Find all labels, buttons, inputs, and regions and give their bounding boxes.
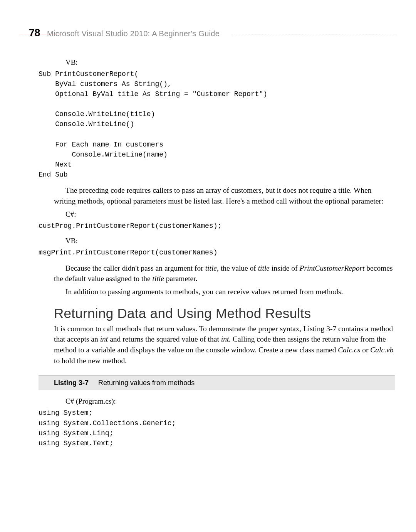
- code-vb-call: msgPrint.PrintCustomerReport(customerNam…: [39, 247, 395, 258]
- p2-text-i: parameter.: [164, 274, 198, 283]
- listing-number: Listing 3-7: [54, 379, 89, 387]
- p2-italic-title1: title,: [205, 264, 219, 272]
- p4-text-g: or: [360, 346, 370, 354]
- page-header: 78 Microsoft Visual Studio 2010: A Begin…: [29, 27, 395, 39]
- language-label-csharp: C#:: [65, 210, 395, 219]
- paragraph-2: Because the caller didn't pass an argume…: [54, 263, 395, 284]
- p2-italic-method: PrintCustomerReport: [299, 264, 364, 272]
- listing-bar: Listing 3-7 Returning values from method…: [39, 375, 395, 390]
- header-decoration-left: [19, 34, 61, 34]
- code-cs-call: custProg.PrintCustomerReport(customerNam…: [39, 221, 395, 231]
- language-label-csharp-file: C# (Program.cs):: [65, 397, 395, 406]
- p4-italic-int1: int: [100, 335, 108, 343]
- p4-italic-int2: int.: [221, 335, 231, 343]
- p2-italic-title3: title: [153, 274, 164, 283]
- p2-text-e: inside of: [270, 264, 299, 272]
- book-title: Microsoft Visual Studio 2010: A Beginner…: [47, 29, 220, 38]
- page-content: VB: Sub PrintCustomerReport( ByVal custo…: [54, 58, 395, 448]
- page-number: 78: [29, 27, 40, 39]
- section-heading-returning: Returning Data and Using Method Results: [54, 306, 395, 321]
- code-vb-sub: Sub PrintCustomerReport( ByVal customers…: [39, 69, 395, 180]
- paragraph-3: In addition to passing arguments to meth…: [54, 286, 395, 297]
- p2-italic-title2: title: [258, 264, 270, 272]
- p4-text-i: to hold the new method.: [54, 357, 127, 365]
- paragraph-4: It is common to call methods that return…: [54, 323, 395, 366]
- p2-text-a: Because the caller didn't pass an argume…: [65, 264, 205, 272]
- listing-caption: Returning values from methods: [98, 379, 195, 387]
- p4-italic-vb: Calc.vb: [370, 346, 393, 354]
- p4-text-c: and returns the squared value of that: [108, 335, 221, 343]
- p2-text-c: the value of: [219, 264, 258, 272]
- language-label-vb: VB:: [65, 58, 395, 67]
- code-cs-using: using System; using System.Collections.G…: [39, 408, 395, 448]
- paragraph-1: The preceding code requires callers to p…: [54, 185, 395, 206]
- p4-italic-cs: Calc.cs: [338, 346, 360, 354]
- header-decoration-right: [231, 34, 397, 34]
- language-label-vb-2: VB:: [65, 237, 395, 245]
